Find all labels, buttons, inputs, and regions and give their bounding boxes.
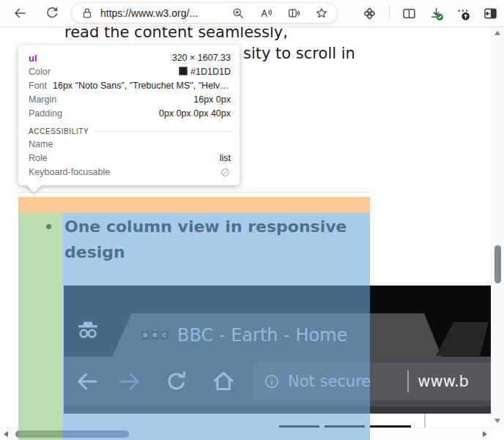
- list-item-heading: One column view in responsive design: [64, 214, 357, 265]
- lock-icon: [81, 7, 94, 20]
- tooltip-color-value: #1D1D1D: [179, 65, 231, 79]
- tooltip-accessibility-header: ACCESSIBILITY: [29, 127, 231, 135]
- image-browser-toolbar: Not secure www.b: [64, 357, 497, 406]
- tooltip-role-label: Role: [29, 152, 48, 165]
- tooltip-element-dimensions: 320 × 1607.33: [172, 51, 231, 65]
- image-security-label: Not secure: [288, 373, 371, 390]
- horizontal-scrollbar[interactable]: [0, 428, 492, 440]
- tooltip-name-label: Name: [29, 138, 53, 152]
- content-vertical-line: [424, 414, 426, 428]
- tooltip-font-label: Font: [29, 79, 47, 93]
- extensions-icon[interactable]: [362, 6, 377, 21]
- image-address-bar: Not secure www.b: [253, 362, 497, 400]
- tooltip-margin-value: 16px 0px: [193, 93, 231, 107]
- scroll-up-arrow[interactable]: [494, 31, 500, 35]
- image-forward-icon: [116, 368, 143, 395]
- sidebar-icon[interactable]: [483, 6, 498, 21]
- devtools-inspect-tooltip: ul 320 × 1607.33 Color #1D1D1D Font 16px…: [18, 45, 240, 185]
- tooltip-color-label: Color: [29, 65, 51, 79]
- page-divider: [18, 192, 370, 193]
- address-bar-icons: [231, 7, 328, 20]
- zoom-in-icon[interactable]: [231, 7, 245, 20]
- bbc-logo-letter: C: [160, 331, 168, 340]
- image-refresh-icon: [163, 368, 190, 395]
- scroll-right-arrow[interactable]: [483, 431, 487, 437]
- url-text[interactable]: https://www.w3.org/...: [100, 7, 198, 19]
- tooltip-margin-label: Margin: [29, 93, 56, 107]
- not-allowed-icon: [220, 167, 231, 178]
- image-active-tab: B B C BBC - Earth - Home: [112, 313, 442, 357]
- highlight-margin-overlay: [18, 197, 370, 213]
- page-heading-line1: read the content seamlessly,: [64, 26, 288, 43]
- image-background-tab: [436, 322, 489, 356]
- image-url-fragment: www.b: [418, 373, 469, 390]
- back-icon[interactable]: [12, 6, 27, 20]
- tooltip-role-value: list: [220, 152, 231, 165]
- page-heading-line2-fragment: sity to scroll in: [243, 42, 355, 64]
- more-options-icon[interactable]: [456, 6, 471, 21]
- read-aloud-icon[interactable]: [259, 7, 273, 20]
- reader-icon[interactable]: [287, 7, 300, 20]
- image-tab-bar: B B C BBC - Earth - Home: [64, 286, 497, 357]
- page-content: read the content seamlessly, sity to scr…: [0, 26, 504, 440]
- bbc-logo-letter: B: [151, 331, 159, 340]
- tooltip-keyboard-focusable-label: Keyboard-focusable: [29, 165, 110, 179]
- split-screen-icon[interactable]: [401, 6, 417, 21]
- vertical-scrollbar[interactable]: [491, 26, 504, 428]
- image-url-divider: [407, 370, 409, 392]
- image-bottom-strip: [64, 406, 497, 414]
- tooltip-padding-label: Padding: [29, 107, 62, 121]
- update-badge-icon: [462, 12, 470, 20]
- scroll-left-arrow[interactable]: [4, 431, 8, 437]
- bbc-screenshot-image: B B C BBC - Earth - Home: [64, 286, 497, 414]
- image-home-icon: [210, 368, 237, 395]
- favorite-star-icon[interactable]: [315, 7, 328, 20]
- image-info-icon: [263, 373, 281, 390]
- image-back-icon: [74, 368, 100, 395]
- tooltip-element-tag: ul: [29, 51, 37, 65]
- browser-toolbar: https://www.w3.org/...: [0, 0, 504, 27]
- bbc-logo-letter: B: [141, 331, 149, 340]
- download-icon[interactable]: [429, 6, 444, 21]
- tooltip-tail: [26, 177, 42, 193]
- tooltip-padding-value: 0px 0px 0px 40px: [159, 107, 231, 121]
- image-tab-title: BBC - Earth - Home: [177, 325, 347, 346]
- toolbar-divider: [389, 7, 390, 20]
- browser-window: https://www.w3.org/... read the content …: [0, 0, 504, 440]
- bbc-logo: B B C: [141, 331, 168, 340]
- highlight-padding-overlay: [18, 213, 63, 440]
- incognito-icon: [73, 313, 103, 344]
- vertical-scrollbar-thumb[interactable]: [494, 245, 501, 283]
- color-swatch: [179, 67, 188, 75]
- list-bullet: [46, 224, 51, 229]
- address-bar[interactable]: https://www.w3.org/...: [71, 2, 338, 23]
- toolbar-right-icons: [362, 0, 498, 26]
- scroll-down-arrow[interactable]: [494, 419, 500, 423]
- refresh-icon[interactable]: [45, 6, 59, 20]
- horizontal-scrollbar-thumb[interactable]: [15, 430, 129, 438]
- tooltip-font-value: 16px "Noto Sans", "Trebuchet MS", "Helv…: [53, 79, 231, 93]
